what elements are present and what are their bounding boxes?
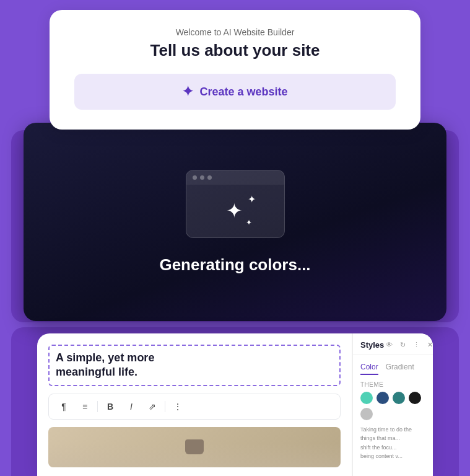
preview-text-2: things that ma...	[360, 434, 425, 443]
more-options-button[interactable]: ⋮	[169, 398, 186, 415]
sparkle-icon: ✦	[182, 84, 193, 100]
theme-color-swatches	[353, 392, 433, 420]
align-button[interactable]: ≡	[76, 398, 94, 415]
top-card: Welcome to AI Website Builder Tell us ab…	[50, 10, 420, 130]
browser-dot-3	[207, 175, 212, 180]
sparkle-tiny-icon: ✦	[246, 218, 252, 227]
preview-text-1: Taking time to do the	[360, 425, 425, 434]
create-button-label: Create a website	[199, 86, 287, 99]
styles-panel-title: Styles	[360, 340, 384, 350]
tab-gradient[interactable]: Gradient	[386, 360, 414, 375]
color-swatch-dark-teal[interactable]	[393, 392, 405, 404]
editor-card: A simple, yet more meaningful life. ¶ ≡ …	[37, 333, 433, 476]
editor-area: A simple, yet more meaningful life. ¶ ≡ …	[37, 333, 352, 476]
styles-panel-icons: 👁 ↻ ⋮ ✕	[384, 340, 433, 350]
color-swatch-silver[interactable]	[360, 408, 373, 420]
coffee-table-image	[48, 427, 341, 467]
coffee-mug-icon	[185, 439, 204, 454]
close-icon[interactable]: ✕	[425, 340, 433, 350]
top-card-title: Tell us about your site	[74, 41, 396, 60]
top-card-subtitle: Welcome to AI Website Builder	[74, 27, 396, 37]
color-swatch-teal[interactable]	[360, 392, 373, 404]
toolbar-divider-2	[165, 401, 165, 412]
bold-button[interactable]: B	[102, 398, 119, 415]
browser-bar	[186, 170, 284, 185]
styles-panel-header: Styles 👁 ↻ ⋮ ✕	[353, 333, 433, 355]
main-container: Welcome to AI Website Builder Tell us ab…	[0, 0, 470, 476]
preview-text-3: shift the focu...	[360, 443, 425, 452]
ai-sparkles-icon: ✦ ✦ ✦	[214, 192, 257, 229]
styles-tabs: Color Gradient	[353, 355, 433, 375]
image-preview	[48, 427, 341, 467]
color-swatch-black[interactable]	[409, 392, 421, 404]
sparkle-big-icon: ✦	[226, 199, 243, 223]
browser-content: ✦ ✦ ✦	[186, 185, 284, 237]
styles-content-preview: Taking time to do the things that ma... …	[353, 420, 433, 476]
browser-dot-2	[200, 175, 204, 180]
theme-section-label: THEME	[353, 375, 433, 392]
text-selection-box[interactable]: A simple, yet more meaningful life.	[48, 345, 341, 386]
generating-text: Generating colors...	[159, 255, 310, 275]
styles-panel: Styles 👁 ↻ ⋮ ✕ Color Gradient THEME	[352, 333, 433, 476]
browser-dot-1	[193, 175, 197, 180]
preview-text-4: being content v...	[360, 452, 425, 461]
toolbar-divider-1	[97, 401, 98, 412]
italic-button[interactable]: I	[123, 398, 140, 415]
tab-color[interactable]: Color	[360, 360, 378, 375]
editor-toolbar: ¶ ≡ B I ⇗ ⋮	[48, 394, 341, 420]
more-icon[interactable]: ⋮	[411, 340, 421, 350]
browser-window-preview: ✦ ✦ ✦	[186, 170, 285, 238]
paragraph-format-button[interactable]: ¶	[55, 398, 72, 415]
color-swatch-navy[interactable]	[376, 392, 389, 404]
sparkle-small-icon: ✦	[248, 193, 256, 205]
link-button[interactable]: ⇗	[144, 398, 161, 415]
refresh-icon[interactable]: ↻	[398, 340, 407, 350]
create-website-button[interactable]: ✦ Create a website	[74, 74, 396, 110]
generating-card: ✦ ✦ ✦ Generating colors...	[24, 123, 446, 321]
editor-heading: A simple, yet more meaningful life.	[56, 351, 333, 380]
eye-icon[interactable]: 👁	[384, 340, 394, 350]
